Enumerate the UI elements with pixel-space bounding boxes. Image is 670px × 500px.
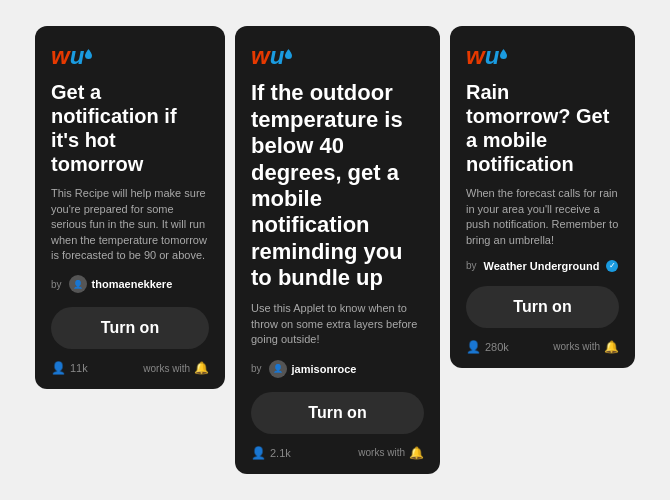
- footer-users: 👤 11k: [51, 361, 88, 375]
- by-label: by: [466, 260, 477, 271]
- users-count: 11k: [70, 362, 88, 374]
- author-name: Weather Underground: [484, 260, 600, 272]
- card-bundle: wu If the outdoor temperature is below 4…: [235, 26, 440, 473]
- card-title: Rain tomorrow? Get a mobile notification: [466, 80, 619, 176]
- footer-works-with: works with 🔔: [553, 340, 619, 354]
- wu-droplet-icon: [500, 49, 507, 59]
- by-label: by: [51, 279, 62, 290]
- turn-on-button[interactable]: Turn on: [51, 307, 209, 349]
- cards-container: wu Get a notification if it's hot tomorr…: [15, 6, 655, 493]
- user-icon: 👤: [251, 446, 266, 460]
- card-footer: 👤 2.1k works with 🔔: [251, 446, 424, 460]
- by-label: by: [251, 363, 262, 374]
- wu-logo-text: wu: [466, 44, 499, 68]
- wu-logo: wu: [466, 44, 619, 68]
- users-count: 2.1k: [270, 447, 291, 459]
- author-avatar: 👤: [269, 360, 287, 378]
- card-footer: 👤 280k works with 🔔: [466, 340, 619, 354]
- footer-users: 👤 280k: [466, 340, 509, 354]
- author-avatar: 👤: [69, 275, 87, 293]
- card-author: by 👤 thomaenekkere: [51, 275, 209, 293]
- bell-icon: 🔔: [604, 340, 619, 354]
- wu-logo-text: wu: [251, 44, 284, 68]
- wu-droplet-icon: [285, 49, 292, 59]
- footer-works-with: works with 🔔: [143, 361, 209, 375]
- footer-works-with: works with 🔔: [358, 446, 424, 460]
- author-name: thomaenekkere: [92, 278, 173, 290]
- bell-icon: 🔔: [194, 361, 209, 375]
- card-title: If the outdoor temperature is below 40 d…: [251, 80, 424, 291]
- card-footer: 👤 11k works with 🔔: [51, 361, 209, 375]
- wu-droplet-icon: [85, 49, 92, 59]
- turn-on-button[interactable]: Turn on: [466, 286, 619, 328]
- users-count: 280k: [485, 341, 509, 353]
- wu-logo: wu: [251, 44, 424, 68]
- wu-logo: wu: [51, 44, 209, 68]
- card-description: Use this Applet to know when to throw on…: [251, 301, 424, 347]
- works-with-label: works with: [358, 447, 405, 458]
- card-title: Get a notification if it's hot tomorrow: [51, 80, 209, 176]
- card-hot: wu Get a notification if it's hot tomorr…: [35, 26, 225, 389]
- author-name: jamisonroce: [292, 363, 357, 375]
- user-icon: 👤: [51, 361, 66, 375]
- card-description: This Recipe will help make sure you're p…: [51, 186, 209, 263]
- works-with-label: works with: [143, 363, 190, 374]
- verified-badge: ✓: [606, 260, 618, 272]
- card-rain: wu Rain tomorrow? Get a mobile notificat…: [450, 26, 635, 368]
- works-with-label: works with: [553, 341, 600, 352]
- card-author: by 👤 jamisonroce: [251, 360, 424, 378]
- wu-logo-text: wu: [51, 44, 84, 68]
- bell-icon: 🔔: [409, 446, 424, 460]
- card-author: by Weather Underground ✓: [466, 260, 619, 272]
- card-description: When the forecast calls for rain in your…: [466, 186, 619, 248]
- footer-users: 👤 2.1k: [251, 446, 291, 460]
- turn-on-button[interactable]: Turn on: [251, 392, 424, 434]
- user-icon: 👤: [466, 340, 481, 354]
